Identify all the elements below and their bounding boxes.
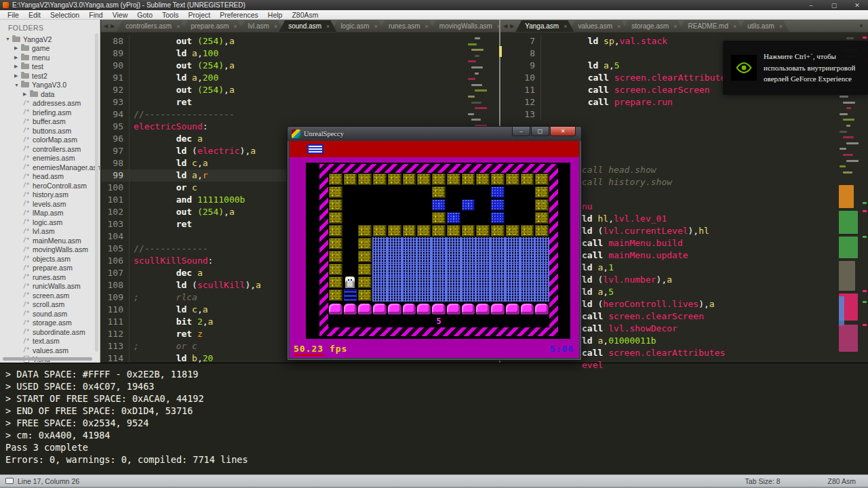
tab-close-icon[interactable]: × bbox=[176, 23, 180, 30]
tree-item-sound.asm[interactable]: /*sound.asm bbox=[0, 309, 100, 319]
code-line[interactable]: 88 out (254),a bbox=[101, 35, 499, 47]
menu-z80asm[interactable]: Z80Asm bbox=[287, 11, 323, 19]
menu-tools[interactable]: Tools bbox=[157, 11, 184, 19]
emu-minimize-button[interactable]: – bbox=[512, 127, 530, 136]
code-line[interactable]: 94//----------------- bbox=[101, 108, 499, 121]
tab-README.md[interactable]: README.md× bbox=[679, 20, 744, 32]
tree-item-values.asm[interactable]: /*values.asm bbox=[0, 346, 100, 355]
sidebar-horizontal-scrollbar[interactable] bbox=[3, 357, 92, 361]
code-line[interactable]: 13 bbox=[500, 108, 868, 121]
tree-item-storage.asm[interactable]: /*storage.asm bbox=[0, 319, 100, 328]
syntax-indicator[interactable]: Z80 Asm bbox=[828, 477, 856, 485]
menu-goto[interactable]: Goto bbox=[132, 11, 157, 19]
tab-close-icon[interactable]: × bbox=[425, 23, 429, 30]
build-output-console[interactable]: > DATA SPACE: #FFFF - 0x2E2B, 11819> USE… bbox=[0, 363, 868, 474]
window-titlebar[interactable]: E:\YangaV2\YangaV3.0\Yanga.asm (yProj) -… bbox=[0, 0, 868, 10]
tree-item-runes.asm[interactable]: /*runes.asm bbox=[0, 272, 100, 282]
menu-project[interactable]: Project bbox=[184, 11, 216, 19]
tab-nav-next-icon[interactable]: ▶ bbox=[509, 23, 515, 32]
tree-item-movingWalls.asm[interactable]: /*movingWalls.asm bbox=[0, 245, 100, 255]
tab-storage.asm[interactable]: storage.asm× bbox=[622, 20, 684, 32]
emu-close-button[interactable]: ✕ bbox=[550, 127, 576, 136]
menu-find[interactable]: Find bbox=[84, 11, 107, 19]
tree-item-logic.asm[interactable]: /*logic.asm bbox=[0, 218, 100, 227]
tab-sound.asm[interactable]: sound.asm× bbox=[279, 20, 336, 32]
tree-expand-arrow[interactable]: ▶ bbox=[14, 55, 21, 60]
tab-nav-next-icon[interactable]: ▶ bbox=[109, 23, 116, 32]
tree-item-levels.asm[interactable]: /*levels.asm bbox=[0, 199, 100, 209]
sidebar-vertical-scrollbar[interactable] bbox=[95, 33, 98, 352]
code-line[interactable]: 92 out (254),a bbox=[101, 84, 499, 96]
tree-item-test2[interactable]: ▶test2 bbox=[0, 71, 100, 81]
tree-item-test[interactable]: ▶test bbox=[0, 62, 100, 72]
tab-lvl.asm[interactable]: lvl.asm× bbox=[239, 20, 284, 32]
nvidia-notification[interactable]: Нажмите Ctrl+`, чтобыиспользовать внутри… bbox=[723, 41, 868, 95]
tree-item-controllers.asm[interactable]: /*controllers.asm bbox=[0, 144, 100, 154]
tab-close-icon[interactable]: × bbox=[234, 23, 237, 30]
tab-close-icon[interactable]: × bbox=[326, 23, 330, 30]
tree-item-addresses.asm[interactable]: /*addresses.asm bbox=[0, 99, 100, 108]
tree-item-screen.asm[interactable]: /*screen.asm bbox=[0, 291, 100, 300]
tab-utils.asm[interactable]: utils.asm× bbox=[738, 20, 789, 32]
tree-item-history.asm[interactable]: /*history.asm bbox=[0, 190, 100, 200]
tab-close-icon[interactable]: × bbox=[733, 23, 736, 30]
menu-view[interactable]: View bbox=[108, 11, 133, 19]
tree-item-prepare.asm[interactable]: /*prepare.asm bbox=[0, 264, 100, 273]
menu-preferences[interactable]: Preferences bbox=[215, 11, 263, 19]
tree-item-data[interactable]: ▶data bbox=[0, 89, 100, 99]
tree-item-text.asm[interactable]: /*text.asm bbox=[0, 337, 100, 346]
tree-item-heroControll.asm[interactable]: /*heroControll.asm bbox=[0, 181, 100, 190]
tree-expand-arrow[interactable]: ▼ bbox=[5, 37, 12, 41]
code-line[interactable]: 89 ld a,100 bbox=[101, 47, 499, 60]
tree-expand-arrow[interactable]: ▶ bbox=[14, 73, 21, 79]
tab-prepare.asm[interactable]: prepare.asm× bbox=[181, 20, 243, 32]
tree-expand-arrow[interactable]: ▶ bbox=[14, 45, 21, 51]
tree-item-lMap.asm[interactable]: /*lMap.asm bbox=[0, 209, 100, 218]
tree-item-lvl.asm[interactable]: /*lvl.asm bbox=[0, 227, 100, 237]
tree-item-runicWalls.asm[interactable]: /*runicWalls.asm bbox=[0, 282, 100, 291]
tab-nav-prev-icon[interactable]: ◀ bbox=[102, 23, 109, 32]
tree-item-objects.asm[interactable]: /*objects.asm bbox=[0, 254, 100, 264]
code-line[interactable]: 90 out (254),a bbox=[101, 60, 499, 72]
tree-item-menu[interactable]: ▶menu bbox=[0, 53, 100, 62]
emu-menu-icon[interactable] bbox=[307, 144, 323, 154]
tab-values.asm[interactable]: values.asm× bbox=[568, 20, 627, 32]
tree-item-colorMap.asm[interactable]: /*colorMap.asm bbox=[0, 136, 100, 145]
tab-Yanga.asm[interactable]: Yanga.asm× bbox=[515, 20, 574, 32]
code-line[interactable]: 91 ld a,200 bbox=[101, 72, 499, 84]
tree-expand-arrow[interactable]: ▶ bbox=[14, 64, 21, 69]
tree-item-head.asm[interactable]: /*head.asm bbox=[0, 172, 100, 182]
tab-close-icon[interactable]: × bbox=[779, 23, 783, 30]
tab-close-icon[interactable]: × bbox=[274, 23, 277, 30]
tree-item-enemies.asm[interactable]: /*enemies.asm bbox=[0, 154, 100, 163]
menu-edit[interactable]: Edit bbox=[24, 11, 45, 19]
tree-item-game[interactable]: ▶game bbox=[0, 44, 100, 54]
tab-runes.asm[interactable]: runes.asm× bbox=[379, 20, 435, 32]
tab-close-icon[interactable]: × bbox=[617, 23, 620, 30]
tree-expand-arrow[interactable]: ▶ bbox=[23, 92, 30, 97]
tree-item-briefing.asm[interactable]: /*briefing.asm bbox=[0, 108, 100, 117]
tab-close-icon[interactable]: × bbox=[374, 23, 378, 30]
tab-size-indicator[interactable]: Tab Size: 8 bbox=[745, 477, 781, 485]
emu-maximize-button[interactable]: ▢ bbox=[531, 127, 549, 136]
tab-close-icon[interactable]: × bbox=[564, 23, 567, 30]
code-line[interactable]: 12 call prepare.run bbox=[500, 96, 868, 108]
tree-expand-arrow[interactable]: ▼ bbox=[14, 83, 21, 87]
menu-help[interactable]: Help bbox=[263, 11, 288, 19]
tab-close-icon[interactable]: × bbox=[673, 23, 677, 30]
tab-controllers.asm[interactable]: controllers.asm× bbox=[116, 20, 186, 32]
close-button[interactable]: ✕ bbox=[850, 2, 864, 9]
tree-item-YangaV2[interactable]: ▼YangaV2 bbox=[0, 35, 100, 44]
tree-item-mainMenu.asm[interactable]: /*mainMenu.asm bbox=[0, 236, 100, 245]
tree-item-buttons.asm[interactable]: /*buttons.asm bbox=[0, 126, 100, 136]
menu-selection[interactable]: Selection bbox=[45, 11, 84, 19]
tree-item-scroll.asm[interactable]: /*scroll.asm bbox=[0, 300, 100, 310]
tree-item-YangaV3.0[interactable]: ▼YangaV3.0 bbox=[0, 81, 100, 90]
tree-item-subordinate.asm[interactable]: /*subordinate.asm bbox=[0, 327, 100, 337]
tab-movingWalls.asm[interactable]: movingWalls.asm× bbox=[430, 20, 507, 32]
tab-logic.asm[interactable]: logic.asm× bbox=[331, 20, 384, 32]
tree-item-enemiesManager.asm[interactable]: /*enemiesManager.asm bbox=[0, 163, 100, 172]
menu-file[interactable]: File bbox=[3, 11, 24, 19]
code-line[interactable]: 93 ret bbox=[101, 96, 499, 108]
minimize-button[interactable]: – bbox=[804, 2, 818, 9]
